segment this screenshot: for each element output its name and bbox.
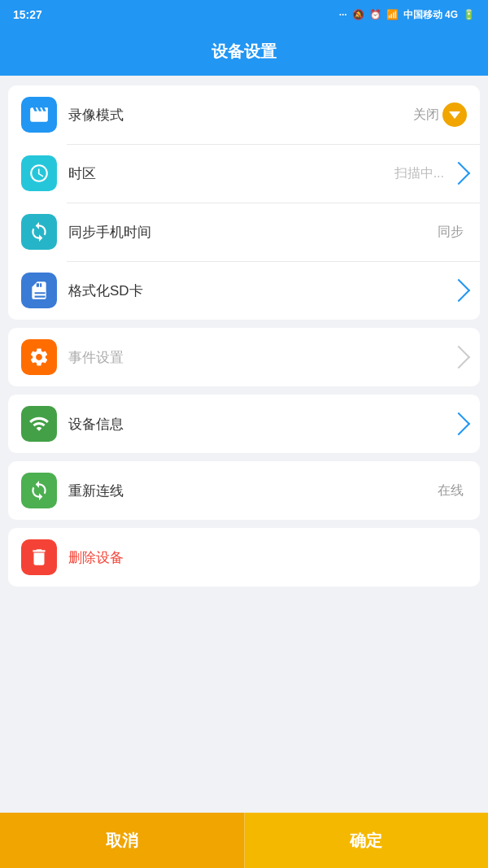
record-mode-row[interactable]: 录像模式 关闭 [8, 85, 480, 144]
video-icon [28, 104, 50, 125]
device-info-icon-box [21, 406, 57, 442]
video-icon-box [21, 97, 57, 133]
reconnect-icon [28, 480, 50, 501]
page-header: 设备设置 [0, 29, 488, 76]
event-settings-label: 事件设置 [68, 348, 447, 367]
carrier-label: 中国移动 4G [403, 8, 458, 22]
sd-icon-box [21, 273, 57, 308]
sync-time-row[interactable]: 同步手机时间 同步 [8, 203, 480, 261]
format-sd-label: 格式化SD卡 [68, 281, 447, 300]
reconnect-label: 重新连线 [68, 482, 438, 500]
status-icons: ··· 🔕 ⏰ 📶 中国移动 4G 🔋 [339, 8, 475, 22]
event-settings-card[interactable]: 事件设置 [8, 328, 480, 386]
page-title: 设备设置 [211, 42, 277, 60]
timezone-icon-box [21, 155, 57, 191]
format-sd-chevron [447, 279, 470, 302]
format-sd-row[interactable]: 格式化SD卡 [8, 261, 480, 320]
wifi-icon: 📶 [386, 9, 399, 20]
sync-time-icon-box [21, 214, 57, 250]
timezone-chevron [447, 162, 470, 185]
battery-icon: 🔋 [463, 9, 475, 20]
delete-device-label: 删除设备 [68, 548, 124, 567]
sd-icon [28, 280, 50, 301]
record-mode-dropdown[interactable] [442, 103, 467, 127]
cancel-button[interactable]: 取消 [0, 813, 245, 868]
main-settings-card: 录像模式 关闭 时区 扫描中... 同步手机时间 同步 [8, 85, 480, 320]
reconnect-row[interactable]: 重新连线 在线 [8, 461, 480, 520]
device-info-chevron [447, 412, 470, 435]
timezone-label: 时区 [68, 164, 394, 183]
bottom-bar: 取消 确定 [0, 813, 488, 868]
record-mode-label: 录像模式 [68, 106, 413, 124]
delete-icon [28, 547, 50, 568]
status-time: 15:27 [13, 8, 42, 21]
clock-icon [28, 163, 50, 184]
device-info-row[interactable]: 设备信息 [8, 395, 480, 453]
timezone-row[interactable]: 时区 扫描中... [8, 144, 480, 203]
status-bar: 15:27 ··· 🔕 ⏰ 📶 中国移动 4G 🔋 [0, 0, 488, 29]
delete-device-card[interactable]: 删除设备 [8, 528, 480, 587]
reconnect-icon-box [21, 473, 57, 508]
sync-time-value: 同步 [438, 224, 464, 241]
sync-time-label: 同步手机时间 [68, 223, 438, 242]
event-settings-chevron [447, 346, 470, 369]
confirm-button[interactable]: 确定 [245, 813, 489, 868]
timezone-value: 扫描中... [394, 165, 444, 182]
alarm-icon: ⏰ [369, 9, 381, 20]
delete-device-row[interactable]: 删除设备 [8, 528, 480, 587]
delete-icon-box [21, 539, 57, 575]
reconnect-card[interactable]: 重新连线 在线 [8, 461, 480, 520]
mute-icon: 🔕 [352, 9, 364, 20]
reconnect-value: 在线 [438, 482, 464, 499]
device-info-card[interactable]: 设备信息 [8, 395, 480, 453]
event-settings-row[interactable]: 事件设置 [8, 328, 480, 386]
record-mode-value: 关闭 [413, 107, 439, 124]
event-icon-box [21, 339, 57, 375]
sync-time-icon [28, 221, 50, 242]
signal-dots: ··· [339, 9, 347, 20]
content-area: 录像模式 关闭 时区 扫描中... 同步手机时间 同步 [0, 76, 488, 868]
device-info-label: 设备信息 [68, 415, 447, 434]
device-info-icon [28, 413, 50, 434]
event-icon [28, 347, 50, 368]
